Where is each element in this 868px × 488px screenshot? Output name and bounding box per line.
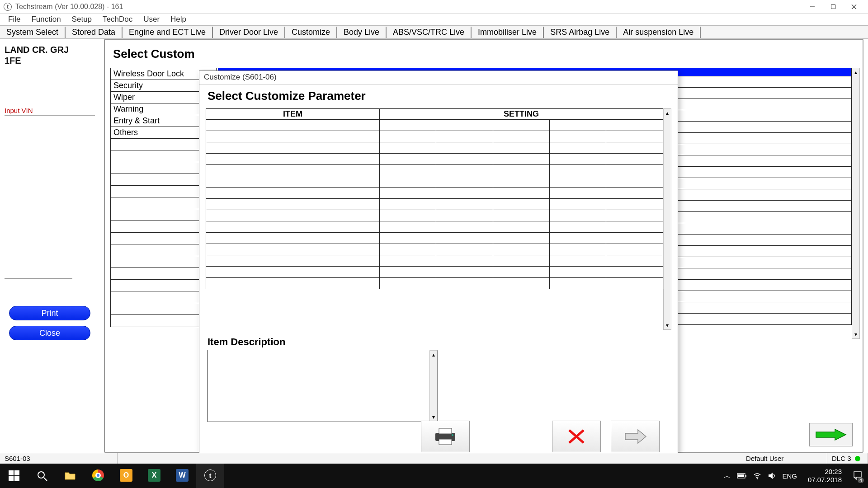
table-row[interactable] — [206, 176, 663, 188]
tab-air-suspension-live[interactable]: Air suspension Live — [617, 27, 701, 38]
parameter-table[interactable]: ITEM SETTING — [206, 108, 663, 289]
item-cell[interactable] — [206, 221, 380, 233]
setting-cell[interactable] — [550, 154, 606, 165]
setting-cell[interactable] — [550, 267, 606, 278]
tab-engine-ect-live[interactable]: Engine and ECT Live — [123, 27, 213, 38]
setting-cell[interactable] — [606, 278, 663, 289]
search-button[interactable] — [28, 464, 56, 488]
item-cell[interactable] — [206, 199, 380, 210]
setting-cell[interactable] — [380, 267, 436, 278]
setting-cell[interactable] — [380, 154, 436, 165]
setting-cell[interactable] — [606, 221, 663, 233]
setting-cell[interactable] — [493, 233, 549, 244]
setting-cell[interactable] — [380, 278, 436, 289]
bg-scrollbar[interactable]: ▴ ▾ — [852, 68, 860, 339]
setting-cell[interactable] — [550, 278, 606, 289]
setting-cell[interactable] — [380, 255, 436, 267]
taskbar-excel[interactable]: X — [140, 464, 168, 488]
setting-cell[interactable] — [380, 120, 436, 131]
setting-cell[interactable] — [550, 142, 606, 154]
tab-srs-airbag-live[interactable]: SRS Airbag Live — [544, 27, 617, 38]
table-row[interactable] — [206, 120, 663, 131]
setting-cell[interactable] — [493, 278, 549, 289]
taskbar-word[interactable]: W — [168, 464, 196, 488]
setting-cell[interactable] — [436, 120, 493, 131]
close-button[interactable]: Close — [9, 326, 90, 340]
setting-cell[interactable] — [436, 165, 493, 176]
menu-help[interactable]: Help — [165, 14, 192, 25]
setting-cell[interactable] — [606, 267, 663, 278]
tab-customize[interactable]: Customize — [285, 27, 337, 38]
table-row[interactable] — [206, 267, 663, 278]
setting-cell[interactable] — [380, 165, 436, 176]
setting-cell[interactable] — [493, 210, 549, 221]
setting-cell[interactable] — [493, 131, 549, 142]
setting-cell[interactable] — [436, 142, 493, 154]
setting-cell[interactable] — [493, 120, 549, 131]
setting-cell[interactable] — [380, 244, 436, 255]
setting-cell[interactable] — [606, 120, 663, 131]
scroll-down-icon[interactable]: ▾ — [852, 330, 859, 338]
tab-abs-vsc-trc-live[interactable]: ABS/VSC/TRC Live — [387, 27, 472, 38]
setting-cell[interactable] — [550, 255, 606, 267]
scroll-up-icon[interactable]: ▴ — [430, 351, 437, 359]
menu-user[interactable]: User — [138, 14, 165, 25]
menu-file[interactable]: File — [3, 14, 26, 25]
tab-stored-data[interactable]: Stored Data — [66, 27, 123, 38]
start-button[interactable] — [0, 464, 28, 488]
table-row[interactable] — [206, 210, 663, 221]
taskbar-explorer[interactable] — [56, 464, 84, 488]
setting-cell[interactable] — [436, 221, 493, 233]
setting-cell[interactable] — [436, 188, 493, 199]
setting-cell[interactable] — [606, 131, 663, 142]
setting-cell[interactable] — [606, 188, 663, 199]
setting-cell[interactable] — [436, 154, 493, 165]
minimize-button[interactable] — [802, 0, 823, 14]
tray-chevron-up-icon[interactable]: ︿ — [724, 472, 731, 480]
item-cell[interactable] — [206, 278, 380, 289]
setting-cell[interactable] — [380, 142, 436, 154]
table-row[interactable] — [206, 278, 663, 289]
item-cell[interactable] — [206, 233, 380, 244]
tab-immobiliser-live[interactable]: Immobiliser Live — [472, 27, 544, 38]
setting-cell[interactable] — [493, 165, 549, 176]
item-cell[interactable] — [206, 244, 380, 255]
setting-cell[interactable] — [493, 154, 549, 165]
menu-techdoc[interactable]: TechDoc — [97, 14, 138, 25]
scroll-up-icon[interactable]: ▴ — [664, 109, 671, 117]
setting-cell[interactable] — [493, 255, 549, 267]
table-row[interactable] — [206, 199, 663, 210]
setting-cell[interactable] — [436, 176, 493, 188]
setting-cell[interactable] — [380, 131, 436, 142]
setting-cell[interactable] — [550, 188, 606, 199]
setting-cell[interactable] — [606, 244, 663, 255]
setting-cell[interactable] — [550, 233, 606, 244]
menu-setup[interactable]: Setup — [66, 14, 97, 25]
proceed-button[interactable] — [809, 423, 853, 446]
item-cell[interactable] — [206, 188, 380, 199]
item-cell[interactable] — [206, 142, 380, 154]
setting-cell[interactable] — [550, 210, 606, 221]
setting-cell[interactable] — [380, 199, 436, 210]
setting-cell[interactable] — [606, 255, 663, 267]
setting-cell[interactable] — [550, 199, 606, 210]
table-row[interactable] — [206, 165, 663, 176]
setting-cell[interactable] — [606, 142, 663, 154]
setting-cell[interactable] — [550, 165, 606, 176]
dialog-print-button[interactable] — [421, 421, 470, 452]
taskbar-techstream[interactable]: t — [196, 464, 224, 488]
scroll-down-icon[interactable]: ▾ — [664, 321, 671, 329]
setting-cell[interactable] — [436, 278, 493, 289]
tab-body-live[interactable]: Body Live — [337, 27, 387, 38]
item-cell[interactable] — [206, 210, 380, 221]
tab-driver-door-live[interactable]: Driver Door Live — [213, 27, 285, 38]
battery-icon[interactable] — [737, 473, 747, 479]
dialog-cancel-button[interactable] — [552, 421, 601, 452]
table-row[interactable] — [206, 142, 663, 154]
setting-cell[interactable] — [550, 131, 606, 142]
print-button[interactable]: Print — [9, 306, 90, 320]
setting-cell[interactable] — [493, 221, 549, 233]
table-row[interactable] — [206, 188, 663, 199]
setting-cell[interactable] — [493, 267, 549, 278]
item-cell[interactable] — [206, 255, 380, 267]
